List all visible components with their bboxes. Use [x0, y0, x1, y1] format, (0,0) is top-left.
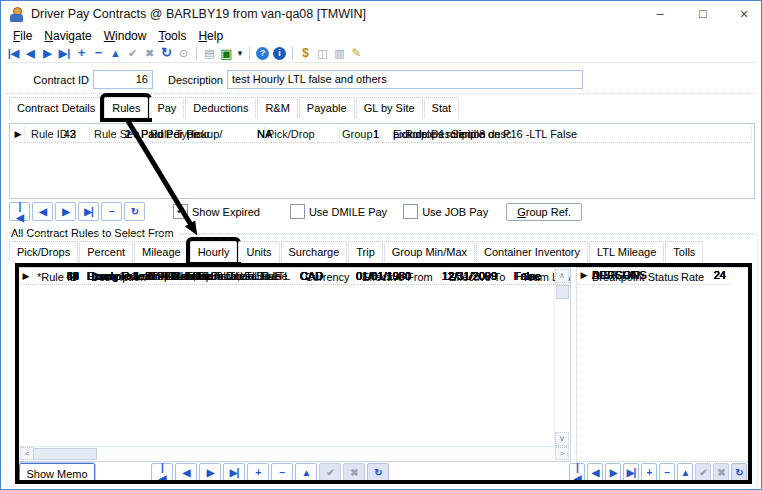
- checkbox-box-icon[interactable]: [290, 204, 305, 219]
- contract-id-field[interactable]: 16: [93, 70, 153, 89]
- group-ref-button[interactable]: Group Ref.: [506, 203, 582, 221]
- prev-button[interactable]: ◀: [32, 202, 53, 221]
- tab[interactable]: LTL Mileage: [589, 241, 664, 262]
- menu-item[interactable]: Window: [98, 29, 153, 43]
- refresh-button[interactable]: ↻: [731, 463, 747, 482]
- prev-record-icon[interactable]: ◀: [23, 46, 38, 61]
- tab[interactable]: Mileage: [134, 241, 189, 262]
- group-box-line: [180, 233, 753, 234]
- up-button[interactable]: ▲: [677, 463, 693, 482]
- money-icon[interactable]: $: [298, 46, 313, 61]
- tab[interactable]: GL by Site: [356, 97, 423, 118]
- delete-button[interactable]: −: [101, 202, 122, 221]
- menu-item[interactable]: File: [7, 29, 38, 43]
- first-button[interactable]: |◀: [569, 463, 585, 482]
- table-row[interactable]: 3 2 Paid Per Pickup/ NA 1 pick.drops rul…: [12, 124, 752, 144]
- next-button[interactable]: ▶: [55, 202, 76, 221]
- close-button[interactable]: ×: [733, 5, 755, 23]
- cancel-button[interactable]: ✖: [343, 463, 365, 482]
- next-record-icon[interactable]: ▶: [40, 46, 55, 61]
- print-icon[interactable]: ▤: [202, 46, 217, 61]
- scroll-left-icon[interactable]: <: [20, 447, 34, 460]
- last-button[interactable]: ▶|: [623, 463, 639, 482]
- tab[interactable]: Tolls: [665, 241, 703, 262]
- rule-type-tabs: Pick/DropsPercentMileageHourlyUnitsSurch…: [9, 241, 704, 262]
- last-button[interactable]: ▶|: [78, 202, 99, 221]
- table-row[interactable]: 53 Hourly Rule D - LTL False CAD 01/01/1…: [20, 268, 571, 284]
- terminal-icon[interactable]: ▣: [219, 46, 234, 61]
- add-button[interactable]: +: [247, 463, 269, 482]
- add-button[interactable]: +: [641, 463, 657, 482]
- menu-item[interactable]: Navigate: [38, 29, 97, 43]
- menu-bar: FileNavigateWindowToolsHelp: [1, 27, 762, 44]
- prev-button[interactable]: ◀: [587, 463, 603, 482]
- cancel-button[interactable]: ✖: [713, 463, 729, 482]
- remove-button[interactable]: −: [659, 463, 675, 482]
- checkbox[interactable]: Show Expired: [173, 204, 260, 219]
- tab[interactable]: Rules: [104, 97, 148, 118]
- view-icon[interactable]: ⊙: [176, 46, 191, 61]
- scroll-up-icon[interactable]: ∧: [555, 269, 569, 283]
- checkbox-box-icon[interactable]: [173, 204, 188, 219]
- scroll-right-icon[interactable]: >: [555, 447, 569, 460]
- collapse-icon[interactable]: ▲: [108, 46, 123, 61]
- form-icon[interactable]: ▥: [332, 46, 347, 61]
- tab[interactable]: Hourly: [190, 241, 238, 262]
- next-button[interactable]: ▶: [605, 463, 621, 482]
- tab[interactable]: Group Min/Max: [384, 241, 475, 262]
- menu-item[interactable]: Help: [192, 29, 229, 43]
- prev-button[interactable]: ◀: [175, 463, 197, 482]
- copy-icon[interactable]: ◫: [315, 46, 330, 61]
- checkbox[interactable]: Use DMILE Pay: [290, 204, 387, 219]
- tab[interactable]: Stat: [424, 97, 460, 118]
- horizontal-scrollbar[interactable]: < >: [20, 446, 569, 460]
- accept-button[interactable]: ✔: [695, 463, 711, 482]
- tab[interactable]: Pay: [149, 97, 184, 118]
- group-box-header: All Contract Rules to Select From: [11, 227, 753, 239]
- separator: [196, 47, 197, 60]
- scroll-down-icon[interactable]: ∨: [555, 432, 569, 446]
- first-button[interactable]: |◀: [9, 202, 30, 221]
- dropdown-icon[interactable]: ▾: [236, 46, 244, 61]
- maximize-button[interactable]: □: [692, 5, 714, 23]
- accept-button[interactable]: ✔: [319, 463, 341, 482]
- vertical-scrollbar[interactable]: ∧ ∨: [554, 269, 569, 446]
- tab[interactable]: Percent: [79, 241, 133, 262]
- table-row[interactable]: DISP 24: [578, 268, 730, 283]
- scrollbar-thumb[interactable]: [556, 285, 569, 299]
- last-button[interactable]: ▶|: [223, 463, 245, 482]
- minimize-button[interactable]: –: [649, 5, 671, 23]
- tab[interactable]: R&M: [257, 97, 297, 118]
- show-memo-button[interactable]: Show Memo: [19, 463, 95, 482]
- tab[interactable]: Payable: [299, 97, 355, 118]
- cancel-edit-icon[interactable]: ✖: [142, 46, 157, 61]
- up-button[interactable]: ▲: [295, 463, 317, 482]
- post-edit-icon[interactable]: ✔: [125, 46, 140, 61]
- checkbox-box-icon[interactable]: [403, 204, 418, 219]
- help-icon[interactable]: ?: [256, 47, 269, 60]
- refresh-button[interactable]: ↻: [367, 463, 389, 482]
- first-button[interactable]: |◀: [151, 463, 173, 482]
- scrollbar-thumb[interactable]: [33, 448, 97, 460]
- tab[interactable]: Units: [238, 241, 279, 262]
- tab[interactable]: Contract Details: [9, 97, 103, 118]
- remove-button[interactable]: −: [271, 463, 293, 482]
- description-field[interactable]: test Hourly LTL false and others: [227, 70, 583, 89]
- first-record-icon[interactable]: |◀: [6, 46, 21, 61]
- delete-record-icon[interactable]: −: [91, 46, 106, 61]
- info-icon[interactable]: i: [273, 47, 286, 60]
- checkbox[interactable]: Use JOB Pay: [403, 204, 488, 219]
- breakpoint-grid: Breakpoint Status Rate ARRCONS 24 ARRSHI…: [576, 267, 750, 462]
- tab[interactable]: Container Inventory: [476, 241, 588, 262]
- insert-record-icon[interactable]: +: [74, 46, 89, 61]
- tab[interactable]: Surcharge: [281, 241, 348, 262]
- refresh-button[interactable]: ↻: [124, 202, 145, 221]
- next-button[interactable]: ▶: [199, 463, 221, 482]
- tab[interactable]: Trip: [348, 241, 383, 262]
- tab[interactable]: Deductions: [185, 97, 256, 118]
- refresh-icon[interactable]: ↻: [159, 46, 174, 61]
- tab[interactable]: Pick/Drops: [9, 241, 78, 262]
- last-record-icon[interactable]: ▶|: [57, 46, 72, 61]
- edit-icon[interactable]: ✎: [349, 46, 364, 61]
- menu-item[interactable]: Tools: [152, 29, 192, 43]
